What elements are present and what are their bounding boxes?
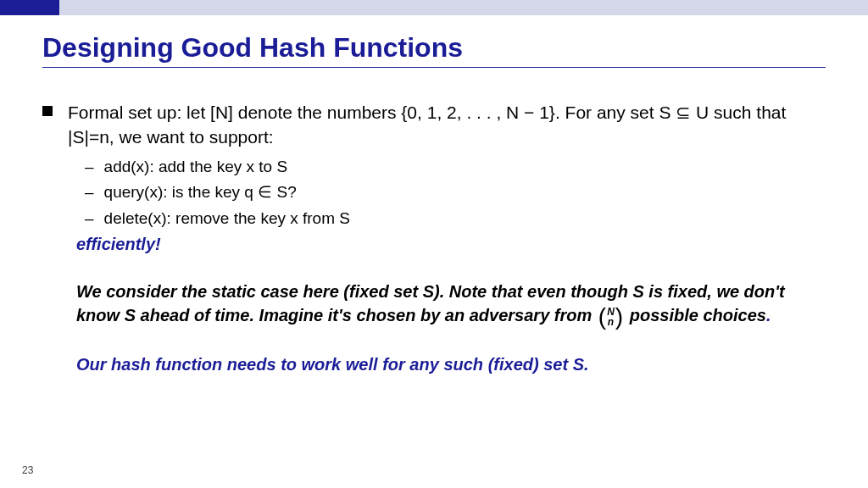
dash-icon: – [85,182,94,203]
main-bullet-text: Formal set up: let [N] denote the number… [68,100,826,150]
sub-item-text: query(x): is the key q ∈ S? [104,182,297,203]
binom-bottom: n [608,317,614,327]
left-paren-icon: ( [598,305,606,329]
binom-top: N [607,307,615,317]
sub-item-text: delete(x): remove the key x from S [104,208,350,230]
dash-icon: – [85,157,94,178]
title-underline [42,67,826,68]
bullet-square-icon [42,106,53,116]
sub-item: – add(x): add the key x to S [85,157,826,178]
efficiently-text: efficiently! [76,235,826,254]
right-paren-icon: ) [615,305,623,329]
sub-list: – add(x): add the key x to S – query(x):… [85,157,826,230]
sub-item: – delete(x): remove the key x from S [85,208,826,230]
top-bar-accent [0,0,59,15]
binomial-expression: (Nn) [598,305,623,329]
paragraph-hash-function: Our hash function needs to work well for… [76,352,826,376]
sub-item: – query(x): is the key q ∈ S? [85,182,826,203]
para1-dot: . [766,306,771,324]
dash-icon: – [85,208,94,230]
para1-part2: possible choices [625,306,766,324]
main-bullet-row: Formal set up: let [N] denote the number… [42,100,826,150]
paragraph-static-case: We consider the static case here (fixed … [76,280,826,329]
top-bar [0,0,868,15]
sub-item-text: add(x): add the key x to S [104,157,288,178]
slide-content: Designing Good Hash Functions Formal set… [0,15,868,376]
slide-title: Designing Good Hash Functions [42,32,826,64]
binom-stack: Nn [606,307,615,327]
page-number: 23 [22,464,33,476]
